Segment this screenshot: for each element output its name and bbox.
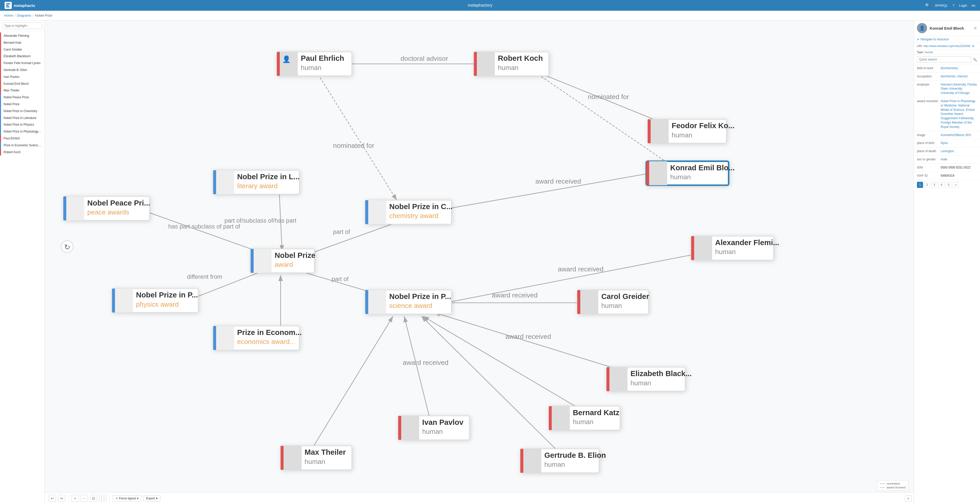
node-konrad-bloch[interactable]: Konrad Emil Blo... human: [646, 161, 735, 185]
page-btn-1[interactable]: 2: [924, 182, 930, 188]
search-icon[interactable]: 🔍: [925, 3, 930, 8]
person-name: Konrad Emil Bloch: [930, 26, 971, 30]
node-paul-ehrlich[interactable]: 👤 Paul Ehrlich human: [277, 52, 352, 76]
sidebar-item-0[interactable]: Alexander Fleming: [0, 32, 45, 39]
sidebar-item-12[interactable]: Nobel Prize in Literature: [0, 114, 45, 122]
expand-button[interactable]: ⛶: [99, 495, 106, 502]
sidebar-item-13[interactable]: Nobel Prize in Physics: [0, 121, 45, 128]
header-nav-right: 🔍 SPARQL ? Login en: [925, 3, 975, 8]
sidebar-item-4[interactable]: Feodor Felix Konrad Lynen: [0, 60, 45, 67]
prop-val-9: 64904319: [941, 173, 977, 178]
uri-copy-icon[interactable]: ⧉: [972, 45, 974, 48]
node-nobel-sci[interactable]: Nobel Prize in P... science award: [365, 290, 451, 314]
prop-val-0[interactable]: biochemistry: [941, 66, 977, 70]
zoom-out-button[interactable]: −: [81, 495, 88, 502]
prop-val-5[interactable]: Nysa: [941, 141, 977, 145]
legend-label-nominated: nominated: [886, 482, 900, 485]
prop-key-9: VIAF ID: [917, 173, 939, 178]
graph-svg[interactable]: doctoral advisor nominated for nominated…: [45, 21, 913, 492]
redo-button[interactable]: ↪: [58, 495, 65, 502]
page-btn-5[interactable]: »: [953, 182, 959, 188]
sidebar-item-15[interactable]: Paul Ehrlich: [0, 135, 45, 142]
panel-search-input[interactable]: [917, 56, 971, 62]
sidebar-search-input[interactable]: [2, 22, 42, 29]
sidebar-item-2[interactable]: Carol Greider: [0, 46, 45, 53]
panel-property-1: occupationbiochemist, chemist: [914, 73, 980, 81]
svg-rect-40: [549, 406, 552, 430]
node-alexander-fleming[interactable]: Alexander Flemi... human: [691, 236, 779, 260]
panel-type: Type: human: [914, 49, 980, 55]
svg-rect-76: [254, 249, 272, 273]
svg-rect-90: [213, 326, 216, 350]
breadcrumb-home[interactable]: Home: [4, 14, 13, 17]
page-btn-0[interactable]: 1: [917, 182, 923, 188]
node-ivan-pavlov[interactable]: Ivan Pavlov human: [398, 416, 469, 440]
node-bernard-katz[interactable]: Bernard Katz human: [549, 406, 620, 430]
node-robert-koch[interactable]: Robert Koch human: [474, 52, 549, 76]
undo-button[interactable]: ↩: [49, 495, 56, 502]
sidebar-item-1[interactable]: Bernard Katz: [0, 39, 45, 46]
prop-val-1[interactable]: biochemist, chemist: [941, 74, 977, 79]
sidebar-item-6[interactable]: Ivan Pavlov: [0, 73, 45, 80]
sidebar-item-7[interactable]: Konrad Emil Bloch: [0, 80, 45, 87]
login-button[interactable]: Login: [959, 3, 967, 7]
node-max-theiler[interactable]: Max Theiler human: [281, 446, 352, 470]
node-prize-econ[interactable]: Prize in Econom... economics award...: [213, 326, 302, 350]
svg-rect-0: [6, 3, 10, 4]
node-nobel-peace[interactable]: Nobel Peace Pri... peace awards: [63, 196, 150, 220]
breadcrumb-sep1: /: [14, 14, 16, 17]
node-carol-greider[interactable]: Carol Greider human: [577, 290, 649, 314]
sidebar-item-5[interactable]: Gertrude B. Elion: [0, 67, 45, 73]
prop-val-2[interactable]: Harvard University, Florida State Univer…: [941, 83, 977, 95]
lang-selector[interactable]: en: [972, 3, 975, 7]
panel-property-9: VIAF ID64904319: [914, 172, 980, 180]
prop-val-3[interactable]: Nobel Prize in Physiology or Medicine, N…: [941, 99, 977, 129]
navigate-to-resource-link[interactable]: ⊳ Navigate to resource: [914, 36, 980, 43]
page-btn-3[interactable]: 4: [939, 182, 945, 188]
svg-rect-50: [281, 446, 284, 470]
help-icon[interactable]: ?: [952, 3, 954, 7]
prop-val-4[interactable]: Konrad%20Bloch.JPG: [941, 133, 977, 137]
sidebar-item-16[interactable]: Prize in Economic Sciences in Memory of …: [0, 142, 45, 149]
node-gertrude-elion[interactable]: Gertrude B. Elion human: [520, 449, 606, 473]
sidebar-item-9[interactable]: Nobel Peace Prize: [0, 94, 45, 101]
prop-val-6[interactable]: Lexington: [941, 149, 977, 153]
sparql-link[interactable]: SPARQL: [935, 3, 948, 7]
node-nobel-chem[interactable]: Nobel Prize in C... chemistry award: [365, 200, 453, 224]
svg-text:award: award: [275, 261, 293, 268]
sidebar-item-3[interactable]: Elizabeth Blackburn: [0, 53, 45, 60]
svg-rect-81: [115, 288, 133, 313]
close-panel-button[interactable]: ✕: [974, 26, 977, 31]
prop-val-7[interactable]: male: [941, 157, 977, 162]
node-feodor-felix[interactable]: Feodor Felix Ko... human: [648, 119, 735, 143]
legend-line-award: [880, 487, 885, 488]
export-button[interactable]: Export ▾: [143, 495, 161, 501]
svg-text:Carol Greider: Carol Greider: [601, 292, 649, 300]
node-nobel-lit[interactable]: Nobel Prize in L... literary award: [213, 170, 300, 194]
svg-rect-46: [401, 416, 419, 440]
type-value[interactable]: human: [924, 51, 933, 54]
sidebar-item-17[interactable]: Robert Koch: [0, 149, 45, 156]
force-layout-button[interactable]: ✳ Force layout ▾: [113, 495, 141, 501]
edge-label-sci-prize: part of: [331, 276, 348, 282]
node-elizabeth-black[interactable]: Elizabeth Black... human: [606, 367, 692, 391]
zoom-in-button[interactable]: +: [72, 495, 79, 502]
breadcrumb-diagrams[interactable]: Diagrams: [17, 14, 31, 17]
page-btn-2[interactable]: 3: [931, 182, 937, 188]
panel-search-icon[interactable]: 🔍: [973, 58, 977, 62]
uri-value[interactable]: http://www.wikidata.org/entity/Q35698: [923, 45, 970, 48]
zoom-fit-button[interactable]: ⊡: [90, 495, 97, 502]
sidebar-item-11[interactable]: Nobel Prize in Chemistry: [0, 108, 45, 114]
sidebar-item-14[interactable]: Nobel Prize in Physiology or Medicine: [0, 128, 45, 135]
add-node-button[interactable]: +: [905, 495, 912, 502]
sidebar-item-8[interactable]: Max Theiler: [0, 87, 45, 94]
page-btn-4[interactable]: 5: [945, 182, 951, 188]
graph-legend: nominated award received: [877, 480, 908, 491]
panel-property-6: place of deathLexington: [914, 147, 980, 156]
svg-text:human: human: [301, 64, 321, 72]
sidebar-item-10[interactable]: Nobel Prize: [0, 101, 45, 108]
node-nobel-phys[interactable]: Nobel Prize in P... physics award: [112, 288, 198, 313]
header: metaphacts metaphactory 🔍 SPARQL ? Login…: [0, 0, 980, 11]
node-nobel-prize[interactable]: Nobel Prize award: [251, 249, 315, 273]
edge-label-lit-prize: part of/subclass of/has part: [224, 217, 296, 224]
